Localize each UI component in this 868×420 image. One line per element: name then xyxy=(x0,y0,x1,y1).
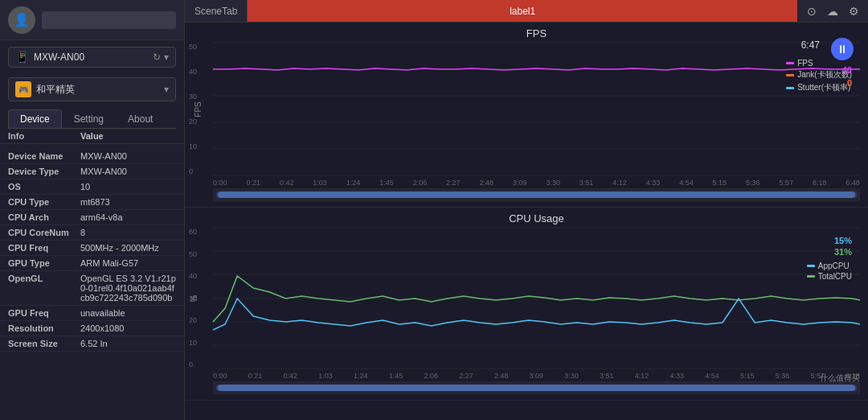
game-name-label: 和平精英 xyxy=(36,83,159,97)
sidebar: 👤 📱 MXW-AN00 ↻ ▾ 🎮 和平精英 ▾ Device Setting… xyxy=(0,0,185,420)
x-tick: 5:15 xyxy=(713,179,727,187)
row-value: 500MHz - 2000MHz xyxy=(80,243,176,253)
top-bar-icons: ⊙ ☁ ⚙ xyxy=(797,3,868,19)
row-value: arm64-v8a xyxy=(80,212,176,222)
game-icon: 🎮 xyxy=(15,81,31,97)
tab-about[interactable]: About xyxy=(116,109,165,128)
info-table-header: Info Value xyxy=(0,129,184,144)
x-tick: 1:45 xyxy=(389,372,403,380)
x-tick: 0:42 xyxy=(280,179,294,187)
row-value: 10 xyxy=(80,182,176,191)
x-tick: 4:54 xyxy=(679,179,694,187)
avatar: 👤 xyxy=(8,6,35,34)
x-tick: 1:24 xyxy=(354,372,368,380)
fps-value-0: 0 xyxy=(847,78,852,88)
game-selector[interactable]: 🎮 和平精英 ▾ xyxy=(8,77,176,101)
settings-icon[interactable]: ⚙ xyxy=(845,3,862,19)
row-value: ARM Mali-G57 xyxy=(80,258,176,268)
x-tick: 0:00 xyxy=(213,179,227,187)
x-tick: 4:54 xyxy=(705,372,719,380)
x-tick: 3:51 xyxy=(600,372,614,380)
pause-button[interactable]: ⏸ xyxy=(831,38,854,60)
fps-chart-section: FPS FPS 0 10 20 30 40 50 xyxy=(185,23,868,208)
x-tick: 3:51 xyxy=(579,179,594,187)
cloud-icon[interactable]: ☁ xyxy=(825,3,841,19)
sidebar-header: 👤 xyxy=(0,0,184,40)
scene-tab-label[interactable]: SceneTab xyxy=(185,0,248,22)
x-tick: 0:21 xyxy=(248,372,263,380)
row-value: MXW-AN00 xyxy=(80,167,176,176)
fps-value-40: 40 xyxy=(842,65,852,75)
cpu-scrollbar[interactable] xyxy=(213,381,860,394)
device-selector-icons: ↻ ▾ xyxy=(153,51,169,63)
x-tick: 1:45 xyxy=(379,179,394,187)
table-row: OpenGLOpenGL ES 3.2 V1.r21p0-01rel0.4f10… xyxy=(0,271,184,306)
fps-legend-dot-fps xyxy=(786,62,794,64)
fps-scrollbar-track xyxy=(216,191,857,198)
fps-scrollbar[interactable] xyxy=(213,188,860,201)
table-row: Device NameMXW-AN00 xyxy=(0,149,184,164)
row-label: CPU Freq xyxy=(8,243,80,253)
x-tick: 0:42 xyxy=(283,372,297,380)
x-tick: 6:48 xyxy=(845,179,860,187)
fps-legend-label-stutter: Stutter(卡顿率) xyxy=(797,82,850,93)
label1-tab[interactable]: label1 xyxy=(248,0,797,22)
row-value: 6.52 In xyxy=(80,339,176,348)
x-tick: 3:30 xyxy=(546,179,560,187)
row-value: MXW-AN00 xyxy=(80,151,176,161)
fps-chart-svg xyxy=(213,43,860,175)
x-tick: 1:24 xyxy=(346,179,361,187)
tab-setting[interactable]: Setting xyxy=(62,109,116,128)
table-row: Resolution2400x1080 xyxy=(0,321,184,336)
header-text-bar xyxy=(42,11,176,29)
cpu-legend-total: TotalCPU xyxy=(807,272,852,281)
device-icon: 📱 xyxy=(15,51,29,64)
row-value: mt6873 xyxy=(80,197,176,207)
cpu-x-labels: 0:000:210:421:031:241:452:062:272:483:09… xyxy=(213,370,860,380)
table-row: CPU Archarm64-v8a xyxy=(0,210,184,225)
location-icon[interactable]: ⊙ xyxy=(804,3,820,19)
x-tick: 4:33 xyxy=(646,179,661,187)
table-row: GPU Frequnavailable xyxy=(0,306,184,321)
cpu-scrollbar-thumb xyxy=(218,385,855,391)
x-tick: 5:15 xyxy=(740,372,755,380)
cpu-legend-app: AppCPU xyxy=(807,261,852,270)
x-tick: 4:12 xyxy=(635,372,649,380)
cpu-legend-label-app: AppCPU xyxy=(818,261,850,270)
fps-legend-dot-stutter xyxy=(786,87,794,89)
x-tick: 1:03 xyxy=(313,179,327,187)
cpu-chart-container: % 0 10 20 30 40 50 60 xyxy=(213,228,860,369)
x-tick: 2:48 xyxy=(494,372,509,380)
x-tick: 5:36 xyxy=(776,372,790,380)
x-tick: 4:12 xyxy=(612,179,627,187)
fps-legend-dot-jank xyxy=(786,74,794,76)
table-row: Screen Size6.52 In xyxy=(0,336,184,352)
device-selector[interactable]: 📱 MXW-AN00 ↻ ▾ xyxy=(8,47,176,68)
cpu-legend-label-total: TotalCPU xyxy=(818,272,852,281)
main-area: SceneTab label1 ⊙ ☁ ⚙ FPS FPS 0 10 20 30… xyxy=(185,0,868,420)
tab-device[interactable]: Device xyxy=(8,109,62,128)
x-tick: 5:57 xyxy=(779,179,793,187)
row-label: OS xyxy=(8,182,80,191)
fps-x-labels: 0:000:210:421:031:241:452:062:272:483:09… xyxy=(213,177,860,187)
x-tick: 2:27 xyxy=(446,179,461,187)
x-tick: 1:03 xyxy=(318,372,333,380)
info-table: Device NameMXW-AN00Device TypeMXW-AN00OS… xyxy=(0,146,184,420)
row-label: OpenGL xyxy=(8,274,80,283)
game-chevron-icon: ▾ xyxy=(164,84,169,95)
fps-y-ticks: 0 10 20 30 40 50 xyxy=(189,43,197,175)
table-row: OS10 xyxy=(0,179,184,195)
row-value: 2400x1080 xyxy=(80,323,176,333)
cpu-chart-title: CPU Usage xyxy=(213,212,860,224)
x-tick: 3:09 xyxy=(513,179,527,187)
table-row: CPU Freq500MHz - 2000MHz xyxy=(0,241,184,256)
col-value-header: Value xyxy=(80,131,176,141)
row-label: CPU CoreNum xyxy=(8,228,80,237)
row-label: Screen Size xyxy=(8,339,80,348)
row-label: CPU Type xyxy=(8,197,80,207)
watermark-label: 什么值得买 xyxy=(820,373,860,384)
row-value: OpenGL ES 3.2 V1.r21p0-01rel0.4f10a021aa… xyxy=(80,274,176,303)
row-label: GPU Type xyxy=(8,258,80,268)
table-row: CPU CoreNum8 xyxy=(0,225,184,241)
chevron-down-icon: ▾ xyxy=(164,51,169,63)
